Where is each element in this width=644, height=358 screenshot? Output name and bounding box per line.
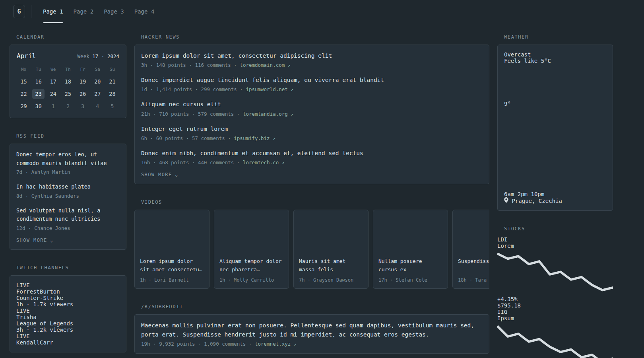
hn-item-stats: 16h · 468 points · 440 comments · bbox=[141, 160, 240, 165]
calendar-day: 29 bbox=[17, 101, 30, 111]
weather-x-label: 10pm bbox=[531, 191, 544, 197]
hn-item-meta: 16h · 468 points · 440 comments · loremt… bbox=[141, 160, 483, 165]
tab-page-4[interactable]: Page 4 bbox=[129, 0, 160, 23]
hn-item-title[interactable]: Integer eget rutrum lorem bbox=[141, 125, 483, 134]
hn-item-title[interactable]: Donec imperdiet augue tincidunt felis al… bbox=[141, 76, 483, 85]
hn-item-meta: 21h · 710 points · 579 comments · loreml… bbox=[141, 111, 483, 117]
video-thumbnail[interactable] bbox=[373, 210, 448, 253]
calendar-week-info: Week 17 · 2024 bbox=[78, 53, 119, 59]
video-title[interactable]: Mauris sit amet massa felis bbox=[299, 257, 363, 274]
hn-item-title[interactable]: Lorem ipsum dolor sit amet, consectetur … bbox=[141, 51, 483, 60]
weather-bar bbox=[504, 69, 606, 73]
hn-item-title[interactable]: Donec enim nibh, condimentum et accumsan… bbox=[141, 149, 483, 158]
hn-item-domain-link[interactable]: loremdomain.com bbox=[240, 62, 285, 68]
page-tabs: Page 1 Page 2 Page 3 Page 4 bbox=[38, 0, 159, 23]
rss-item-meta: 7d · Ashlyn Martin bbox=[16, 169, 120, 175]
weather-x-label: 2pm bbox=[518, 191, 528, 197]
video-thumbnail[interactable] bbox=[135, 210, 209, 253]
weather-bar bbox=[504, 92, 606, 101]
subreddit-post-meta: 19h · 9,932 points · 1,090 comments · lo… bbox=[141, 341, 483, 347]
tab-page-1[interactable]: Page 1 bbox=[38, 0, 68, 23]
video-card[interactable]: Lorem ipsum dolor sit amet consectetu… 1… bbox=[134, 210, 209, 289]
weather-bar bbox=[504, 85, 606, 92]
video-card[interactable]: Aliquam tempor dolor nec pharetra… 1h · … bbox=[214, 210, 289, 289]
app-logo[interactable]: G bbox=[13, 5, 25, 18]
hn-item-meta: 6h · 60 points · 57 comments · ipsumify.… bbox=[141, 135, 483, 141]
rss-item-title[interactable]: In hac habitasse platea bbox=[16, 183, 120, 191]
show-more-label: SHOW MORE bbox=[16, 237, 47, 243]
subreddit-post: Maecenas mollis pulvinar erat non posuer… bbox=[141, 321, 483, 347]
weather-location-label: Prague, Czechia bbox=[512, 198, 562, 204]
video-card-body: Lorem ipsum dolor sit amet consectetu… 1… bbox=[135, 253, 209, 288]
rss-show-more-button[interactable]: SHOW MORE ⌄ bbox=[16, 237, 54, 243]
video-card[interactable]: Mauris sit amet massa felis 7h · Grayson… bbox=[293, 210, 369, 289]
twitch-channel-forrestburton[interactable]: LIVE ForrestBurton Counter-Strike 1h · 1… bbox=[16, 282, 120, 307]
hn-item-domain-link[interactable]: ipsumworld.net bbox=[246, 86, 287, 92]
calendar-dow: Su bbox=[105, 65, 120, 74]
hn-item: Aliquam nec cursus elit 21h · 710 points… bbox=[141, 100, 483, 117]
stock-row-ldi[interactable]: LDI Lorem +4.35% $795.18 bbox=[497, 236, 613, 309]
subreddit-panel: Maecenas mollis pulvinar erat non posuer… bbox=[134, 314, 489, 354]
weather-bar bbox=[504, 171, 606, 182]
hn-item-stats: 3h · 148 points · 116 comments · bbox=[141, 62, 237, 68]
live-badge: LIVE bbox=[16, 282, 30, 288]
stock-row-iig[interactable]: IIG Ipsum +2.84% $42.04 bbox=[497, 309, 613, 358]
video-card-row: Lorem ipsum dolor sit amet consectetu… 1… bbox=[134, 210, 489, 289]
live-badge: LIVE bbox=[16, 307, 30, 314]
video-thumbnail[interactable] bbox=[214, 210, 289, 253]
twitch-channel-name[interactable]: KendallCarr bbox=[16, 339, 120, 346]
center-column: HACKER NEWS Lorem ipsum dolor sit amet, … bbox=[134, 34, 489, 358]
video-title[interactable]: Suspendisse diam bbox=[458, 257, 489, 274]
hn-item-title[interactable]: Aliquam nec cursus elit bbox=[141, 100, 483, 109]
weather-feels-like: Feels like 5°C bbox=[504, 58, 606, 64]
live-badge: LIVE bbox=[16, 333, 30, 339]
subreddit-post-domain-link[interactable]: loremnet.xyz bbox=[255, 341, 291, 347]
location-pin-icon bbox=[504, 197, 508, 203]
twitch-channel-trisha[interactable]: LIVE Trisha League of Legends 3h · 1.2k … bbox=[16, 307, 120, 333]
hn-item-domain-link[interactable]: ipsumify.biz bbox=[234, 135, 270, 141]
video-title[interactable]: Aliquam tempor dolor nec pharetra… bbox=[219, 257, 283, 274]
stock-sparkline bbox=[497, 249, 613, 295]
subreddit-post-title[interactable]: Maecenas mollis pulvinar erat non posuer… bbox=[141, 321, 483, 339]
calendar-day: 28 bbox=[106, 89, 118, 99]
videos-widget-title: VIDEOS bbox=[141, 199, 489, 205]
videos-widget: VIDEOS Lorem ipsum dolor sit amet consec… bbox=[134, 199, 489, 289]
video-thumbnail[interactable] bbox=[453, 210, 489, 253]
twitch-channel-name[interactable]: Trisha bbox=[16, 314, 120, 320]
twitch-channel-kendallcarr[interactable]: LIVE KendallCarr bbox=[16, 333, 120, 346]
tab-page-3[interactable]: Page 3 bbox=[99, 0, 129, 23]
calendar-separator: · bbox=[101, 53, 105, 59]
video-title[interactable]: Nullam posuere cursus ex bbox=[378, 257, 442, 274]
calendar-week-number: 17 bbox=[92, 53, 98, 59]
video-card[interactable]: Nullam posuere cursus ex 17h · Stefan Co… bbox=[373, 210, 448, 289]
twitch-channel-game: Counter-Strike bbox=[16, 295, 120, 301]
calendar-dow: Th bbox=[60, 65, 75, 74]
hn-item: Lorem ipsum dolor sit amet, consectetur … bbox=[141, 51, 483, 68]
rss-item-title[interactable]: Donec tempor eros leo, ut commodo mauris… bbox=[16, 150, 120, 167]
hn-item-domain-link[interactable]: loremlandia.org bbox=[243, 111, 288, 117]
calendar-day-next-month: 2 bbox=[62, 101, 74, 111]
twitch-channel-name[interactable]: ForrestBurton bbox=[16, 288, 120, 295]
video-card-body: Mauris sit amet massa felis 7h · Grayson… bbox=[294, 253, 368, 288]
weather-x-label: 6am bbox=[504, 191, 514, 197]
tab-page-2[interactable]: Page 2 bbox=[68, 0, 99, 23]
video-meta: 18h · Tara bbox=[458, 277, 489, 283]
calendar-dow: Mo bbox=[16, 65, 31, 74]
stocks-widget-title: STOCKS bbox=[504, 226, 613, 232]
external-link-icon: ↗ bbox=[282, 160, 285, 165]
hn-show-more-button[interactable]: SHOW MORE ⌄ bbox=[141, 172, 178, 177]
calendar-day-next-month: 5 bbox=[106, 101, 118, 111]
video-card[interactable]: Suspendisse diam 18h · Tara bbox=[452, 210, 489, 289]
stock-symbol: LDI bbox=[497, 236, 613, 243]
calendar-grid: Mo Tu We Th Fr Sa Su 15 16 17 18 19 20 2… bbox=[16, 65, 120, 111]
stocks-widget: STOCKS LDI Lorem +4.35% $795.18 IIG bbox=[497, 226, 613, 358]
rss-widget: RSS FEED Donec tempor eros leo, ut commo… bbox=[10, 133, 126, 250]
avatar: LIVE bbox=[16, 282, 120, 288]
video-title[interactable]: Lorem ipsum dolor sit amet consectetu… bbox=[140, 257, 204, 274]
video-thumbnail[interactable] bbox=[294, 210, 368, 253]
video-card-body: Nullam posuere cursus ex 17h · Stefan Co… bbox=[373, 253, 448, 288]
hn-item-domain-link[interactable]: loremtech.co bbox=[243, 160, 279, 165]
rss-item-title[interactable]: Sed volutpat nulla nisl, a condimentum n… bbox=[16, 206, 120, 224]
rss-item-meta: 8d · Cynthia Saunders bbox=[16, 193, 120, 199]
weather-bar bbox=[504, 182, 606, 191]
